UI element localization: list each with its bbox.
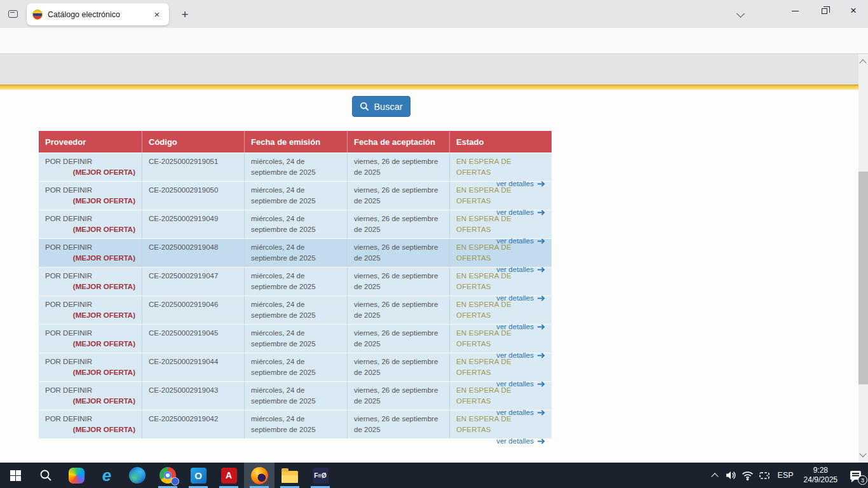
table-row: POR DEFINIR (MEJOR OFERTA) CE-2025000291… (39, 381, 552, 410)
scroll-up-icon[interactable] (859, 59, 866, 66)
provider-cell: POR DEFINIR (MEJOR OFERTA) (39, 410, 142, 438)
table-header-row: Proveedor Código Fecha de emisión Fecha … (39, 131, 552, 152)
language-indicator[interactable]: ESP (773, 463, 799, 488)
tab-close-icon[interactable]: × (151, 8, 163, 21)
page-scrollbar[interactable] (858, 54, 868, 463)
browser-tab[interactable]: Catálogo electrónico × (27, 3, 169, 25)
acceptance-date: viernes, 26 de septiembre de 2025 (347, 210, 449, 238)
tab-title: Catálogo electrónico (48, 10, 146, 19)
acceptance-date: viernes, 26 de septiembre de 2025 (347, 296, 449, 324)
search-taskbar-icon[interactable] (31, 463, 61, 488)
table-row: POR DEFINIR (MEJOR OFERTA) CE-2025000291… (39, 324, 552, 353)
status-cell: EN ESPERA DE OFERTAS ver detalles (449, 410, 552, 438)
column-header-codigo: Código (142, 131, 244, 152)
edge-icon[interactable] (122, 463, 153, 488)
list-all-tabs-icon[interactable] (732, 8, 749, 22)
acceptance-date: viernes, 26 de septiembre de 2025 (347, 382, 449, 410)
emission-date: miércoles, 24 de septiembre de 2025 (244, 210, 347, 238)
restore-button[interactable] (810, 0, 839, 22)
status-text: EN ESPERA DE OFERTAS (456, 414, 545, 436)
close-button[interactable]: × (839, 0, 868, 22)
provider-name: POR DEFINIR (45, 185, 135, 196)
status-cell: EN ESPERA DE OFERTAS ver detalles (449, 296, 552, 324)
display-device-icon[interactable] (756, 463, 773, 488)
fapp-icon[interactable]: F≡Ø (305, 463, 336, 488)
arrow-right-icon (537, 438, 545, 445)
table-row: POR DEFINIR (MEJOR OFERTA) CE-2025000291… (39, 267, 552, 295)
wifi-icon[interactable] (740, 463, 756, 488)
scrollbar-thumb[interactable] (858, 172, 868, 384)
status-text: EN ESPERA DE OFERTAS (456, 299, 545, 322)
acceptance-date: viernes, 26 de septiembre de 2025 (347, 268, 449, 295)
ver-detalles-link[interactable]: ver detalles (456, 436, 545, 447)
emission-date: miércoles, 24 de septiembre de 2025 (244, 353, 347, 381)
best-offer-label: (MEJOR OFERTA) (45, 396, 135, 407)
status-text: EN ESPERA DE OFERTAS (456, 214, 545, 236)
provider-cell: POR DEFINIR (MEJOR OFERTA) (39, 182, 142, 210)
order-code: CE-20250002919050 (142, 182, 244, 210)
acceptance-date: viernes, 26 de septiembre de 2025 (347, 239, 449, 267)
order-code: CE-20250002919042 (142, 410, 244, 438)
system-tray: ESP 9:28 24/9/2025 3 (707, 463, 868, 488)
emission-date: miércoles, 24 de septiembre de 2025 (244, 296, 347, 324)
outlook-icon[interactable]: O (183, 463, 214, 488)
minimize-button[interactable] (780, 0, 810, 22)
best-offer-label: (MEJOR OFERTA) (45, 253, 135, 264)
order-code: CE-20250002919048 (142, 239, 244, 267)
provider-name: POR DEFINIR (45, 356, 135, 367)
emission-date: miércoles, 24 de septiembre de 2025 (244, 182, 347, 210)
column-header-fecha-aceptacion: Fecha de aceptación (347, 131, 449, 152)
provider-cell: POR DEFINIR (MEJOR OFERTA) (39, 268, 142, 295)
status-text: EN ESPERA DE OFERTAS (456, 156, 545, 179)
column-header-proveedor: Proveedor (39, 131, 142, 152)
acceptance-date: viernes, 26 de septiembre de 2025 (347, 153, 449, 181)
table-row: POR DEFINIR (MEJOR OFERTA) CE-2025000291… (39, 295, 552, 324)
column-header-estado: Estado (449, 131, 552, 152)
status-cell: EN ESPERA DE OFERTAS ver detalles (449, 182, 552, 210)
provider-cell: POR DEFINIR (MEJOR OFERTA) (39, 325, 142, 353)
emission-date: miércoles, 24 de septiembre de 2025 (244, 410, 347, 438)
gold-divider (0, 85, 861, 90)
order-code: CE-20250002919045 (142, 325, 244, 353)
acceptance-date: viernes, 26 de septiembre de 2025 (347, 353, 449, 381)
status-cell: EN ESPERA DE OFERTAS ver detalles (449, 239, 552, 267)
table-row: POR DEFINIR (MEJOR OFERTA) CE-2025000291… (39, 238, 552, 267)
table-row: POR DEFINIR (MEJOR OFERTA) CE-2025000291… (39, 410, 552, 438)
notification-center-icon[interactable]: 3 (843, 463, 868, 488)
table-row: POR DEFINIR (MEJOR OFERTA) CE-2025000291… (39, 181, 552, 210)
scroll-down-icon[interactable] (859, 450, 866, 457)
tray-date: 24/9/2025 (804, 475, 837, 485)
firefox-icon[interactable] (244, 463, 275, 488)
acceptance-date: viernes, 26 de septiembre de 2025 (347, 410, 449, 438)
provider-cell: POR DEFINIR (MEJOR OFERTA) (39, 153, 142, 181)
site-header: SERCOP CATÁLOGO ELECTRÓNICO Volver al SO… (0, 54, 868, 85)
notification-badge: 3 (858, 475, 867, 485)
status-cell: EN ESPERA DE OFERTAS ver detalles (449, 268, 552, 295)
copilot-icon[interactable] (61, 463, 92, 488)
start-button[interactable] (0, 463, 31, 488)
provider-name: POR DEFINIR (45, 271, 135, 281)
buscar-button[interactable]: Buscar (352, 96, 410, 117)
acrobat-icon[interactable]: A (214, 463, 244, 488)
emission-date: miércoles, 24 de septiembre de 2025 (244, 153, 347, 181)
order-code: CE-20250002919044 (142, 353, 244, 381)
provider-name: POR DEFINIR (45, 414, 135, 424)
status-text: EN ESPERA DE OFERTAS (456, 385, 545, 407)
file-explorer-icon[interactable] (275, 463, 305, 488)
site-favicon-icon (32, 10, 43, 20)
status-text: EN ESPERA DE OFERTAS (456, 271, 545, 293)
chrome-profile-badge (171, 477, 179, 485)
firefox-view-icon[interactable] (5, 7, 20, 21)
new-tab-button[interactable]: + (177, 6, 193, 23)
tray-expand-icon[interactable] (707, 463, 723, 488)
provider-name: POR DEFINIR (45, 242, 135, 253)
provider-cell: POR DEFINIR (MEJOR OFERTA) (39, 210, 142, 238)
internet-explorer-icon[interactable]: e (92, 463, 122, 488)
search-icon (360, 102, 369, 111)
volume-icon[interactable] (723, 463, 740, 488)
best-offer-label: (MEJOR OFERTA) (45, 339, 135, 349)
best-offer-label: (MEJOR OFERTA) (45, 310, 135, 321)
clock[interactable]: 9:28 24/9/2025 (799, 466, 843, 485)
chrome-icon[interactable] (153, 463, 183, 488)
column-header-fecha-emision: Fecha de emisión (244, 131, 347, 152)
